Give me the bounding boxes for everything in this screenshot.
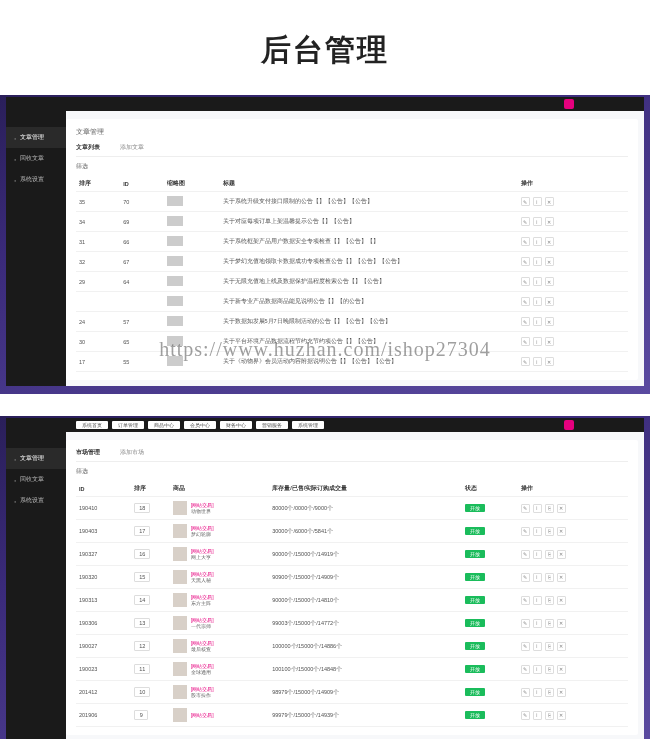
- edit-icon[interactable]: ✎: [521, 277, 530, 286]
- view-icon[interactable]: ⁞: [533, 237, 542, 246]
- tab-article-list[interactable]: 文章列表: [76, 143, 100, 152]
- sidebar-item[interactable]: 回收文章: [6, 148, 66, 169]
- tab-add-article[interactable]: 添加文章: [120, 143, 144, 152]
- view-icon[interactable]: ⁞: [533, 277, 542, 286]
- order-input[interactable]: 9: [134, 710, 148, 720]
- status-badge[interactable]: 开放: [465, 665, 485, 673]
- edit-icon[interactable]: ✎: [521, 197, 530, 206]
- delete-icon[interactable]: ✕: [557, 665, 566, 674]
- copy-icon[interactable]: ⎘: [545, 642, 554, 651]
- edit-icon[interactable]: ✎: [521, 550, 530, 559]
- view-icon[interactable]: ⁞: [533, 665, 542, 674]
- edit-icon[interactable]: ✎: [521, 688, 530, 697]
- view-icon[interactable]: ⁞: [533, 642, 542, 651]
- sidebar-item[interactable]: 回收文章: [6, 469, 66, 490]
- view-icon[interactable]: ⁞: [533, 688, 542, 697]
- sidebar-item[interactable]: 系统设置: [6, 169, 66, 190]
- view-icon[interactable]: ⁞: [533, 527, 542, 536]
- copy-icon[interactable]: ⎘: [545, 504, 554, 513]
- filter-label[interactable]: 筛选: [76, 468, 628, 475]
- status-badge[interactable]: 开放: [465, 504, 485, 512]
- view-icon[interactable]: ⁞: [533, 573, 542, 582]
- delete-icon[interactable]: ✕: [545, 197, 554, 206]
- sidebar-item[interactable]: 文章管理: [6, 448, 66, 469]
- copy-icon[interactable]: ⎘: [545, 527, 554, 536]
- status-badge[interactable]: 开放: [465, 550, 485, 558]
- edit-icon[interactable]: ✎: [521, 357, 530, 366]
- edit-icon[interactable]: ✎: [521, 257, 530, 266]
- delete-icon[interactable]: ✕: [557, 619, 566, 628]
- copy-icon[interactable]: ⎘: [545, 573, 554, 582]
- order-input[interactable]: 11: [134, 664, 150, 674]
- status-badge[interactable]: 开放: [465, 642, 485, 650]
- edit-icon[interactable]: ✎: [521, 317, 530, 326]
- edit-icon[interactable]: ✎: [521, 573, 530, 582]
- delete-icon[interactable]: ✕: [545, 337, 554, 346]
- edit-icon[interactable]: ✎: [521, 642, 530, 651]
- status-badge[interactable]: 开放: [465, 711, 485, 719]
- delete-icon[interactable]: ✕: [545, 237, 554, 246]
- view-icon[interactable]: ⁞: [533, 550, 542, 559]
- order-input[interactable]: 16: [134, 549, 150, 559]
- copy-icon[interactable]: ⎘: [545, 619, 554, 628]
- edit-icon[interactable]: ✎: [521, 504, 530, 513]
- order-input[interactable]: 10: [134, 687, 150, 697]
- copy-icon[interactable]: ⎘: [545, 711, 554, 720]
- edit-icon[interactable]: ✎: [521, 237, 530, 246]
- delete-icon[interactable]: ✕: [557, 550, 566, 559]
- order-input[interactable]: 12: [134, 641, 150, 651]
- edit-icon[interactable]: ✎: [521, 665, 530, 674]
- view-icon[interactable]: ⁞: [533, 297, 542, 306]
- delete-icon[interactable]: ✕: [557, 711, 566, 720]
- view-icon[interactable]: ⁞: [533, 711, 542, 720]
- top-nav-item[interactable]: 订单管理: [112, 421, 144, 429]
- status-badge[interactable]: 开放: [465, 596, 485, 604]
- delete-icon[interactable]: ✕: [557, 504, 566, 513]
- order-input[interactable]: 14: [134, 595, 150, 605]
- delete-icon[interactable]: ✕: [557, 527, 566, 536]
- view-icon[interactable]: ⁞: [533, 504, 542, 513]
- top-nav-item[interactable]: 财务中心: [220, 421, 252, 429]
- delete-icon[interactable]: ✕: [557, 642, 566, 651]
- copy-icon[interactable]: ⎘: [545, 596, 554, 605]
- edit-icon[interactable]: ✎: [521, 711, 530, 720]
- view-icon[interactable]: ⁞: [533, 317, 542, 326]
- edit-icon[interactable]: ✎: [521, 217, 530, 226]
- view-icon[interactable]: ⁞: [533, 596, 542, 605]
- delete-icon[interactable]: ✕: [557, 573, 566, 582]
- order-input[interactable]: 15: [134, 572, 150, 582]
- copy-icon[interactable]: ⎘: [545, 665, 554, 674]
- order-input[interactable]: 13: [134, 618, 150, 628]
- edit-icon[interactable]: ✎: [521, 337, 530, 346]
- edit-icon[interactable]: ✎: [521, 619, 530, 628]
- tab-market-mgmt[interactable]: 市场管理: [76, 448, 100, 457]
- edit-icon[interactable]: ✎: [521, 527, 530, 536]
- delete-icon[interactable]: ✕: [557, 596, 566, 605]
- view-icon[interactable]: ⁞: [533, 619, 542, 628]
- top-nav-item[interactable]: 营销服务: [256, 421, 288, 429]
- view-icon[interactable]: ⁞: [533, 217, 542, 226]
- tab-add-market[interactable]: 添加市场: [120, 448, 144, 457]
- view-icon[interactable]: ⁞: [533, 257, 542, 266]
- top-nav-item[interactable]: 系统管理: [292, 421, 324, 429]
- order-input[interactable]: 17: [134, 526, 150, 536]
- sidebar-item[interactable]: 文章管理: [6, 127, 66, 148]
- delete-icon[interactable]: ✕: [545, 297, 554, 306]
- sidebar-item[interactable]: 系统设置: [6, 490, 66, 511]
- copy-icon[interactable]: ⎘: [545, 550, 554, 559]
- top-nav-item[interactable]: 会员中心: [184, 421, 216, 429]
- top-nav-item[interactable]: 商品中心: [148, 421, 180, 429]
- delete-icon[interactable]: ✕: [545, 217, 554, 226]
- delete-icon[interactable]: ✕: [545, 317, 554, 326]
- edit-icon[interactable]: ✎: [521, 297, 530, 306]
- view-icon[interactable]: ⁞: [533, 337, 542, 346]
- delete-icon[interactable]: ✕: [545, 357, 554, 366]
- delete-icon[interactable]: ✕: [545, 277, 554, 286]
- delete-icon[interactable]: ✕: [545, 257, 554, 266]
- delete-icon[interactable]: ✕: [557, 688, 566, 697]
- status-badge[interactable]: 开放: [465, 619, 485, 627]
- status-badge[interactable]: 开放: [465, 527, 485, 535]
- order-input[interactable]: 18: [134, 503, 150, 513]
- status-badge[interactable]: 开放: [465, 688, 485, 696]
- status-badge[interactable]: 开放: [465, 573, 485, 581]
